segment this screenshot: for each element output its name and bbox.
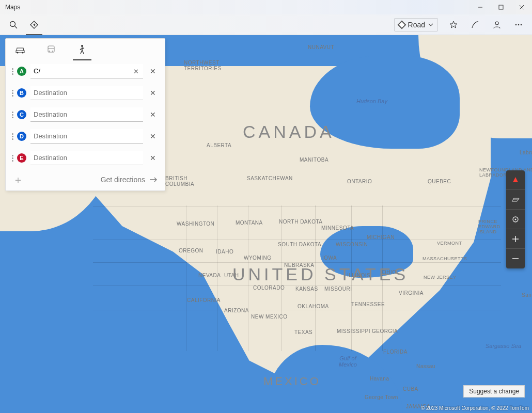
- city-label: CUBA: [403, 386, 418, 392]
- region-label: ILLINOIS: [347, 273, 370, 278]
- more-button[interactable]: [508, 14, 529, 35]
- window-title: Maps: [5, 4, 20, 11]
- car-icon: [15, 45, 25, 54]
- arrow-right-icon: [149, 177, 158, 183]
- stop-marker-c: C: [17, 110, 26, 119]
- suggest-change-button[interactable]: Suggest a change: [463, 385, 525, 398]
- region-label: Labra: [520, 150, 532, 155]
- map-view-dropdown[interactable]: Road: [394, 18, 438, 31]
- stop-input-e[interactable]: [30, 151, 143, 165]
- region-label: ARIZONA: [224, 308, 249, 313]
- region-label: MISSISSIPPI: [337, 328, 370, 334]
- zoom-in-button[interactable]: [506, 229, 525, 249]
- svg-point-15: [49, 51, 50, 52]
- region-label: NORTH DAKOTA: [279, 219, 323, 225]
- mode-transit[interactable]: [42, 39, 60, 60]
- region-label: IDAHO: [216, 249, 233, 255]
- svg-rect-1: [499, 5, 503, 9]
- drag-handle-icon[interactable]: [10, 112, 15, 118]
- locate-me-button[interactable]: [506, 210, 525, 229]
- star-plus-icon: [449, 21, 458, 29]
- walk-icon: [79, 44, 86, 55]
- get-directions-button[interactable]: Get directions: [101, 176, 158, 184]
- region-label: NEW JERSEY: [424, 275, 457, 280]
- region-label: QUEBEC: [428, 179, 451, 184]
- drag-handle-icon[interactable]: [10, 90, 15, 97]
- region-label: BRITISH COLUMBIA: [165, 176, 194, 187]
- clear-input-button[interactable]: ✕: [131, 66, 141, 76]
- directions-icon: [29, 20, 39, 29]
- region-label: NORTHWEST TERRITORIES: [184, 60, 222, 71]
- stop-input-b[interactable]: [30, 86, 143, 100]
- locate-icon: [511, 215, 520, 224]
- region-label: VERMONT: [437, 241, 462, 246]
- directions-tab[interactable]: [24, 14, 44, 35]
- window-minimize-button[interactable]: [470, 0, 491, 14]
- ink-button[interactable]: [465, 14, 486, 35]
- region-label: COLORADO: [253, 285, 285, 291]
- bus-icon: [47, 45, 55, 54]
- region-label: TEXAS: [294, 329, 312, 335]
- window-close-button[interactable]: [511, 0, 532, 14]
- sea-label-gulf: Gulf of Mexico: [339, 355, 357, 368]
- map-controls: [506, 170, 525, 268]
- region-label: NUNAVUT: [308, 44, 334, 50]
- pen-icon: [471, 21, 479, 29]
- compass-button[interactable]: [506, 170, 525, 190]
- zoom-out-button[interactable]: [506, 249, 525, 268]
- region-label: WASHINGTON: [177, 221, 214, 227]
- region-label: SASKATCHEWAN: [247, 176, 293, 181]
- map-attribution: © 2023 Microsoft Corporation, © 2022 Tom…: [421, 405, 529, 411]
- sea-label-hudson: Hudson Bay: [356, 98, 387, 104]
- stop-input-d[interactable]: [30, 129, 143, 144]
- travel-mode-tabs: [6, 39, 165, 60]
- mode-driving[interactable]: [11, 39, 29, 60]
- svg-point-8: [515, 24, 517, 25]
- get-directions-label: Get directions: [101, 176, 145, 184]
- saved-places-button[interactable]: [443, 14, 464, 35]
- remove-stop-button[interactable]: ✕: [145, 85, 161, 101]
- region-label: MASSACHUSETTS: [423, 256, 467, 261]
- region-label: WYOMING: [244, 255, 272, 261]
- search-tab[interactable]: [3, 14, 24, 35]
- region-label: Sant: [522, 292, 532, 298]
- map-workspace: CANADA UNITED STATES MEXICO Hudson Bay S…: [0, 35, 532, 413]
- remove-stop-button[interactable]: ✕: [145, 129, 161, 144]
- stop-marker-b: B: [17, 88, 26, 98]
- drag-handle-icon[interactable]: [10, 155, 15, 162]
- window-maximize-button[interactable]: [491, 0, 511, 14]
- directions-panel: A✕✕B✕C✕D✕E✕ ＋ Get directions: [5, 38, 165, 191]
- person-icon: [493, 21, 501, 29]
- stop-row-c: C✕: [6, 104, 165, 125]
- directions-panel-footer: ＋ Get directions: [6, 169, 165, 190]
- remove-stop-button[interactable]: ✕: [145, 63, 161, 79]
- stop-input-a[interactable]: [30, 64, 143, 78]
- stop-row-e: E✕: [6, 147, 165, 169]
- svg-rect-13: [48, 46, 54, 52]
- region-label: MANITOBA: [300, 157, 328, 163]
- drag-handle-icon[interactable]: [10, 133, 15, 140]
- remove-stop-button[interactable]: ✕: [145, 150, 161, 166]
- stop-row-b: B✕: [6, 82, 165, 104]
- svg-point-17: [81, 45, 83, 47]
- suggest-change-label: Suggest a change: [469, 388, 519, 395]
- add-stop-button[interactable]: ＋: [13, 173, 25, 187]
- region-label: IOWA: [322, 255, 337, 261]
- account-button[interactable]: [487, 14, 507, 35]
- stop-row-d: D✕: [6, 125, 165, 147]
- region-label: MISSOURI: [324, 286, 352, 292]
- region-label: NEVADA: [198, 273, 221, 278]
- map-view-label: Road: [408, 21, 425, 29]
- region-label: WISCONSIN: [336, 242, 368, 247]
- tilt-button[interactable]: [506, 190, 525, 210]
- region-label: ONTARIO: [347, 179, 372, 184]
- region-label: MONTANA: [236, 220, 263, 226]
- drag-handle-icon[interactable]: [10, 68, 15, 75]
- remove-stop-button[interactable]: ✕: [145, 107, 161, 122]
- region-label: UTAH: [224, 273, 239, 278]
- region-label: SOUTH DAKOTA: [278, 242, 321, 247]
- region-label: ALBERTA: [207, 142, 231, 148]
- search-icon: [9, 21, 18, 29]
- mode-walking[interactable]: [73, 39, 91, 60]
- stop-input-c[interactable]: [30, 107, 143, 122]
